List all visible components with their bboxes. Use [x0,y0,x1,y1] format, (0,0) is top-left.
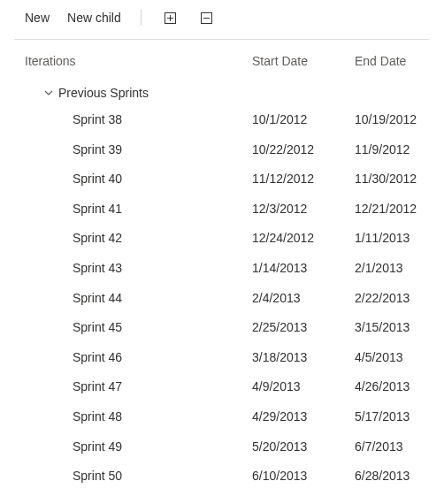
cell-iteration-name: Sprint 40 [0,171,252,188]
expand-all-button[interactable] [165,12,176,24]
cell-start-date: 2/25/2013 [252,319,355,337]
table-row[interactable]: Sprint 3810/1/201210/19/2012 [0,105,444,135]
column-header-iterations[interactable]: Iterations [0,54,252,68]
cell-end-date: 6/28/2013 [355,468,444,485]
cell-end-date: 5/17/2013 [355,409,444,426]
table-row[interactable]: Sprint 3910/22/201211/9/2012 [0,135,444,165]
table-row[interactable]: Sprint 442/4/20132/22/2013 [0,284,444,314]
cell-end-date: 11/9/2012 [355,141,444,159]
cell-start-date: 4/29/2013 [252,409,355,426]
cell-start-date: 12/24/2012 [252,230,355,248]
table-row[interactable]: Sprint 4011/12/201211/30/2012 [0,164,444,195]
cell-iteration-name: Sprint 43 [0,260,252,278]
cell-end-date: 1/11/2013 [355,230,444,248]
column-header-end-date[interactable]: End Date [355,54,444,68]
cell-end-date: 11/30/2012 [355,171,444,188]
table-row[interactable]: Sprint 474/9/20134/26/2013 [0,372,444,402]
collapse-all-button[interactable] [201,12,212,24]
toolbar: New New child [0,0,444,39]
cell-start-date: 1/14/2013 [252,260,355,278]
cell-end-date: 4/26/2013 [355,378,444,396]
table-row[interactable]: Sprint 506/10/20136/28/2013 [0,462,444,492]
cell-iteration-name: Sprint 50 [0,468,252,485]
table-row[interactable]: Sprint 484/29/20135/17/2013 [0,402,444,432]
minus-box-icon [201,12,212,24]
plus-box-icon [165,12,176,24]
cell-start-date: 5/20/2013 [252,439,355,456]
toolbar-divider [14,39,430,40]
group-row-previous-sprints[interactable]: Previous Sprints [0,80,444,105]
table-row[interactable]: Sprint 463/18/20134/5/2013 [0,343,444,373]
column-header-start-date[interactable]: Start Date [252,54,355,68]
table-row[interactable]: Sprint 495/20/20136/7/2013 [0,432,444,462]
chevron-down-icon [44,88,53,97]
cell-start-date: 11/12/2012 [252,171,355,188]
cell-iteration-name: Sprint 41 [0,201,252,218]
cell-iteration-name: Sprint 45 [0,319,252,337]
cell-end-date: 2/1/2013 [355,260,444,278]
table-row[interactable]: Sprint 4112/3/201212/21/2012 [0,195,444,225]
cell-start-date: 4/9/2013 [252,378,355,396]
cell-iteration-name: Sprint 38 [0,111,252,129]
cell-start-date: 2/4/2013 [252,290,355,308]
cell-iteration-name: Sprint 39 [0,141,252,159]
cell-end-date: 2/22/2013 [355,290,444,308]
group-label: Previous Sprints [58,86,149,100]
cell-iteration-name: Sprint 47 [0,378,252,396]
cell-start-date: 6/10/2013 [252,468,355,485]
rows-container: Sprint 3810/1/201210/19/2012Sprint 3910/… [0,105,444,492]
cell-iteration-name: Sprint 48 [0,409,252,426]
cell-end-date: 6/7/2013 [355,439,444,456]
cell-start-date: 10/22/2012 [252,141,355,159]
table-row[interactable]: Sprint 4212/24/20121/11/2013 [0,224,444,254]
cell-start-date: 12/3/2012 [252,201,355,218]
table-row[interactable]: Sprint 431/14/20132/1/2013 [0,254,444,284]
cell-end-date: 3/15/2013 [355,319,444,337]
cell-iteration-name: Sprint 46 [0,349,252,367]
table-row[interactable]: Sprint 452/25/20133/15/2013 [0,313,444,343]
cell-start-date: 3/18/2013 [252,349,355,367]
cell-iteration-name: Sprint 49 [0,439,252,456]
new-button[interactable]: New [18,7,57,28]
new-child-button[interactable]: New child [60,7,128,28]
table-header: Iterations Start Date End Date [0,49,444,80]
cell-iteration-name: Sprint 44 [0,290,252,308]
cell-iteration-name: Sprint 42 [0,230,252,248]
cell-end-date: 12/21/2012 [355,201,444,218]
cell-start-date: 10/1/2012 [252,111,355,129]
cell-end-date: 10/19/2012 [355,111,444,129]
toolbar-separator [141,10,142,26]
cell-end-date: 4/5/2013 [355,349,444,367]
